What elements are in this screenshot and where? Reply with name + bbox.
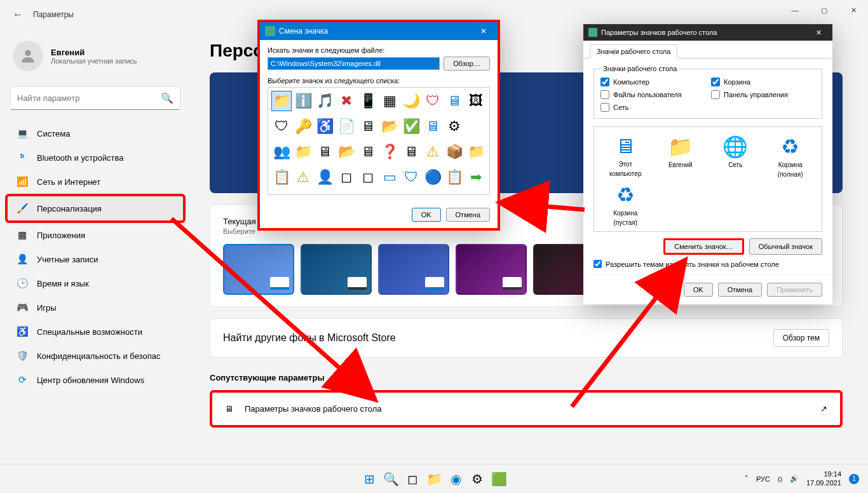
- explorer-button[interactable]: 📁: [425, 470, 443, 488]
- icon-option[interactable]: 📄: [337, 117, 356, 136]
- icon-option[interactable]: 👤: [315, 168, 334, 187]
- cancel-button[interactable]: Отмена: [718, 283, 762, 297]
- ok-button[interactable]: OK: [684, 283, 713, 297]
- icon-option[interactable]: 🔵: [423, 168, 442, 187]
- settings-button[interactable]: ⚙: [468, 470, 486, 488]
- chk-computer[interactable]: Компьютер: [600, 78, 705, 86]
- minimize-button[interactable]: —: [780, 0, 810, 20]
- theme-option-1[interactable]: [223, 244, 294, 295]
- search-box[interactable]: 🔍: [10, 86, 180, 110]
- icon-option[interactable]: 📋: [272, 168, 291, 187]
- icon-option[interactable]: ▭: [380, 168, 399, 187]
- icon-preview-list[interactable]: 🖥Этоткомпьютер 📁Евгений 🌐Сеть ♻Корзина(п…: [593, 126, 822, 232]
- allow-themes-checkbox[interactable]: [593, 260, 602, 268]
- icon-option[interactable]: 🛡: [423, 91, 442, 111]
- chk-recycle-input[interactable]: [711, 78, 720, 86]
- icon-option[interactable]: 📋: [445, 168, 464, 187]
- notification-badge[interactable]: 1: [849, 474, 859, 484]
- icon-option[interactable]: 🔑: [294, 117, 313, 136]
- dialog-title-bar[interactable]: Параметры значков рабочего стола ✕: [583, 24, 832, 41]
- app-button[interactable]: 🟩: [490, 470, 508, 488]
- chk-control-input[interactable]: [711, 90, 720, 99]
- icon-option[interactable]: ♿: [315, 117, 334, 136]
- preview-icon-recycle-empty[interactable]: ♻Корзина(пустая): [600, 183, 651, 226]
- icon-option[interactable]: 🖼: [466, 91, 485, 111]
- theme-option-3[interactable]: [378, 244, 449, 295]
- icon-option[interactable]: 🖥: [445, 91, 464, 111]
- nav-bluetooth[interactable]: ᵇBluetooth и устройства: [8, 145, 183, 170]
- volume-tray-icon[interactable]: 🔊: [790, 475, 799, 483]
- nav-privacy[interactable]: 🛡️Конфиденциальность и безопас: [8, 344, 183, 368]
- network-tray-icon[interactable]: ⎙: [778, 475, 782, 483]
- search-input[interactable]: [17, 93, 161, 103]
- theme-option-2[interactable]: [301, 244, 372, 295]
- nav-personalization[interactable]: 🖌️Персонализация: [5, 194, 186, 223]
- icon-option[interactable]: ➡: [466, 168, 485, 187]
- icon-option[interactable]: 📂: [380, 117, 399, 136]
- dialog-close-button[interactable]: ✕: [810, 29, 827, 37]
- preview-icon-user[interactable]: 📁Евгений: [656, 135, 706, 178]
- change-icon-button[interactable]: Сменить значок…: [663, 238, 743, 255]
- chk-userfiles-input[interactable]: [600, 90, 609, 99]
- icon-option[interactable]: 🖥: [402, 142, 421, 161]
- chk-userfiles[interactable]: Файлы пользователя: [600, 90, 705, 99]
- tray-chevron-icon[interactable]: ˄: [745, 475, 749, 483]
- icon-option[interactable]: ▦: [380, 91, 399, 111]
- nav-gaming[interactable]: 🎮Игры: [8, 295, 183, 320]
- nav-network[interactable]: 📶Сеть и Интернет: [8, 170, 183, 194]
- icon-option[interactable]: 🖥: [315, 142, 334, 161]
- icon-option[interactable]: ⚙: [445, 117, 464, 136]
- icon-option[interactable]: 📂: [337, 142, 356, 161]
- preview-icon-computer[interactable]: 🖥Этоткомпьютер: [600, 135, 651, 178]
- edge-button[interactable]: ◉: [447, 470, 465, 488]
- browse-themes-button[interactable]: Обзор тем: [773, 329, 829, 347]
- dialog-title-bar[interactable]: Смена значка ✕: [260, 22, 498, 40]
- icon-option[interactable]: ◻: [337, 168, 356, 187]
- icon-option[interactable]: 📦: [445, 142, 464, 161]
- nav-accessibility[interactable]: ♿Специальные возможности: [8, 320, 183, 344]
- language-indicator[interactable]: РУС: [756, 475, 770, 483]
- ok-button[interactable]: OK: [412, 208, 441, 222]
- icon-option[interactable]: ✅: [402, 117, 421, 136]
- icon-option[interactable]: 📁: [294, 142, 313, 161]
- clock[interactable]: 19:14 17.09.2021: [806, 470, 841, 487]
- icon-option[interactable]: ◻: [358, 168, 377, 187]
- chk-control[interactable]: Панель управления: [711, 90, 815, 99]
- user-block[interactable]: Евгений Локальная учетная запись: [5, 29, 186, 83]
- icon-option[interactable]: 🌙: [402, 91, 421, 111]
- nav-accounts[interactable]: 👤Учетные записи: [8, 247, 183, 271]
- icon-option[interactable]: ✖: [337, 91, 356, 111]
- preview-icon-recycle-full[interactable]: ♻Корзина(полная): [766, 135, 816, 178]
- icon-option[interactable]: 📁: [272, 91, 291, 111]
- nav-time[interactable]: 🕒Время и язык: [8, 271, 183, 295]
- icon-path-input[interactable]: [268, 57, 440, 70]
- icon-option[interactable]: 🖥: [358, 117, 377, 136]
- apply-button[interactable]: Применить: [767, 283, 822, 297]
- icon-option[interactable]: 📱: [358, 91, 377, 111]
- default-icon-button[interactable]: Обычный значок: [749, 238, 822, 255]
- preview-icon-network[interactable]: 🌐Сеть: [710, 135, 761, 178]
- maximize-button[interactable]: ▢: [810, 0, 839, 20]
- start-button[interactable]: ⊞: [360, 470, 378, 488]
- desktop-icons-settings-item[interactable]: 🖥 Параметры значков рабочего стола ↗: [210, 390, 843, 428]
- search-button[interactable]: 🔍: [382, 470, 400, 488]
- chk-computer-input[interactable]: [600, 78, 609, 86]
- chk-network[interactable]: Сеть: [600, 103, 705, 112]
- dialog-close-button[interactable]: ✕: [475, 27, 492, 36]
- icon-option[interactable]: [466, 117, 485, 136]
- icon-option[interactable]: 🖥: [358, 142, 377, 161]
- icon-grid[interactable]: 📁 ℹ️ 🎵 ✖ 📱 ▦ 🌙 🛡 🖥 🖼 🛡 🔑 ♿ 📄 🖥 📂 ✅ 🖥 ⚙ 👥…: [268, 87, 490, 195]
- theme-option-4[interactable]: [456, 244, 527, 295]
- browse-button[interactable]: Обзор…: [444, 57, 490, 71]
- icon-option[interactable]: ℹ️: [294, 91, 313, 111]
- icon-option[interactable]: 🖥: [423, 117, 442, 136]
- icon-option[interactable]: ⚠: [423, 142, 442, 161]
- icon-option[interactable]: 🛡: [272, 117, 291, 136]
- cancel-button[interactable]: Отмена: [446, 208, 490, 222]
- task-view-button[interactable]: ◻: [403, 470, 421, 488]
- icon-option[interactable]: 🎵: [315, 91, 334, 111]
- close-button[interactable]: ✕: [839, 0, 868, 20]
- nav-apps[interactable]: ▦Приложения: [8, 223, 183, 247]
- icon-option[interactable]: 📁: [466, 142, 485, 161]
- chk-recycle[interactable]: Корзина: [711, 78, 815, 86]
